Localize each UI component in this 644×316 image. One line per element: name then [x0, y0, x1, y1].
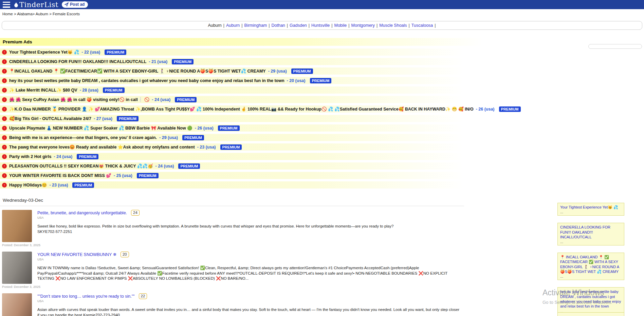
premium-ad-title[interactable]: Happy HOlidays😊 — [9, 182, 47, 187]
brand-logo[interactable]: TinderList — [14, 1, 58, 9]
breadcrumb-link[interactable]: Home — [2, 12, 13, 16]
premium-ad-age-link[interactable]: - 24 (usa) — [152, 97, 170, 102]
premium-ad-title[interactable]: Upscale Playmate 👗 NEW NUMBER 💦 Super So… — [9, 125, 192, 131]
listing-title-link[interactable]: ""Don't stare too long… unless you're re… — [37, 294, 135, 299]
premium-badge: PREMIUM — [178, 163, 200, 169]
sidebar-ad-box-partial[interactable] — [557, 312, 624, 316]
premium-ad-title[interactable]: The pawg that everyone loves😡 Ready and … — [9, 144, 195, 150]
city-link[interactable]: Birmingham — [244, 23, 267, 28]
premium-ad-age-link[interactable]: - 26 (usa) — [476, 107, 495, 112]
premium-ad-title[interactable]: 📍INCALL OAKLAND 📍 ✅FACETIME/CAR✅ WITH A … — [9, 68, 266, 74]
listing-country-label: USA — [37, 258, 462, 261]
premium-ad-age-link[interactable]: - 27 (usa) — [94, 116, 112, 121]
premium-ad-row[interactable]: 📍INCALL OAKLAND 📍 ✅FACETIME/CAR✅ WITH A … — [0, 67, 644, 75]
premium-badge: PREMIUM — [291, 68, 313, 74]
premium-ad-row[interactable]: hey its your best wettes petite baby DRE… — [0, 77, 644, 84]
premium-ad-row[interactable]: Party with 2 Hot girls - 24 (usa) PREMIU… — [0, 153, 644, 160]
premium-ad-row[interactable]: 🌺 🌺 Sexy CuRvy Asian 🌺 🌺 in call 🍑 visit… — [0, 96, 644, 103]
listing-photo-column: Posted: December 3, 2025 — [2, 210, 33, 247]
premium-ad-title[interactable]: PLEASANTON OUTCALLS !! SEXY KOREAN😻 THIC… — [9, 163, 153, 169]
sidebar-ad-title[interactable]: CINDERELLA LOOKING FOR FUN!!! OAKLAND!!!… — [560, 225, 622, 239]
listing-description: Asian allure with curves that speak loud… — [37, 307, 462, 316]
premium-ad-row[interactable]: PLEASANTON OUTCALLS !! SEXY KOREAN😻 THIC… — [0, 162, 644, 170]
breadcrumb: Home > Alabama> Auburn > Female Escorts — [0, 9, 644, 17]
sidebar-ad-box[interactable]: 📍 INCALL OAKLAND 📍 ✅ FACETIME/CAR ✅ WITH… — [557, 253, 624, 280]
city-links-box: Auburn| Auburn| Birmingham| Dothan| Gads… — [2, 21, 642, 30]
breadcrumb-separator: > — [48, 12, 52, 16]
premium-ad-age-link[interactable]: - 26 (usa) — [195, 126, 214, 131]
premium-ad-age-link[interactable]: - 24 (usa) — [155, 164, 174, 169]
premium-ad-age-link[interactable]: - 21 (usa) — [149, 59, 167, 64]
up-arrow-icon — [2, 183, 7, 187]
premium-ad-row[interactable]: Happy HOlidays😊 - 23 (usa) PREMIUM — [0, 181, 644, 189]
city-link[interactable]: Auburn — [226, 23, 240, 28]
sidebar-ad-box[interactable]: hey its your best wettes petite baby DRE… — [557, 287, 624, 315]
premium-badge: PREMIUM — [105, 50, 126, 55]
listing-photo[interactable] — [2, 210, 32, 242]
premium-ad-title[interactable]: YOUR WINTER FAVORITE IS BACK DONT MISS 💕 — [9, 173, 111, 178]
premium-ad-title[interactable]: CINDERELLA LOOKING FOR FUN!!! OAKLAND!!!… — [9, 59, 146, 64]
city-link[interactable]: Dothan — [272, 23, 285, 28]
premium-ad-title[interactable]: Party with 2 Hot girls — [9, 154, 51, 159]
premium-ad-age-link[interactable]: - 23 (usa) — [49, 183, 68, 187]
city-link[interactable]: Auburn — [208, 23, 221, 28]
premium-ad-row[interactable]: ✨ Lake Merritt INCALL✨ $80 QV - 28 (usa)… — [0, 86, 644, 94]
premium-ad-row[interactable]: 🥰Big Tits Girl - OUTCALL Available 24/7 … — [0, 115, 644, 122]
premium-ad-row[interactable]: Upscale Playmate 👗 NEW NUMBER 💦 Super So… — [0, 124, 644, 132]
sidebar-ad-box[interactable]: CINDERELLA LOOKING FOR FUN!!! OAKLAND!!!… — [557, 223, 624, 245]
up-arrow-icon — [2, 173, 7, 178]
listing-title-link[interactable]: Petite, brunette, and dangerously unforg… — [37, 211, 127, 215]
premium-ad-row[interactable]: YOUR WINTER FAVORITE IS BACK DONT MISS 💕… — [0, 172, 644, 179]
premium-badge: PREMIUM — [310, 78, 332, 83]
premium-badge: PREMIUM — [103, 87, 125, 93]
hamburger-menu-icon[interactable] — [3, 2, 10, 8]
city-link[interactable]: Mobile — [334, 23, 347, 28]
sidebar-ad-title[interactable]: 📍 INCALL OAKLAND 📍 ✅ FACETIME/CAR ✅ WITH… — [560, 255, 622, 274]
sidebar-ad-title[interactable]: hey its your best wettes petite baby DRE… — [560, 289, 622, 309]
premium-ad-row[interactable]: Your Tightest Experience Yet😼 💦 - 22 (us… — [0, 48, 644, 56]
premium-ad-title[interactable]: 🌺 🌺 Sexy CuRvy Asian 🌺 🌺 in call 🍑 visit… — [9, 97, 149, 102]
up-arrow-icon — [2, 69, 7, 74]
premium-ad-row[interactable]: Being with me is an experience—one that … — [0, 134, 644, 141]
breadcrumb-link[interactable]: Auburn — [36, 12, 48, 16]
listing-photo[interactable] — [2, 293, 32, 316]
premium-ad-age-link[interactable]: - 25 (usa) — [114, 173, 132, 178]
premium-badge: PREMIUM — [137, 173, 159, 178]
breadcrumb-link[interactable]: Alabama — [17, 12, 32, 16]
premium-ad-title[interactable]: Being with me is an experience—one that … — [9, 135, 157, 140]
city-separator: | — [269, 23, 270, 28]
premium-ad-row[interactable]: The pawg that everyone loves😡 Ready and … — [0, 143, 644, 151]
listing-photo[interactable] — [2, 252, 32, 284]
premium-ad-row[interactable]: ✨K.O Daa NUMBER 🏅 PROVIDER 👤 ✨ 💕AMAZING … — [0, 105, 644, 113]
city-link[interactable]: Montgomery — [351, 23, 375, 28]
premium-ad-age-link[interactable]: - 24 (usa) — [54, 154, 72, 159]
premium-ad-age-link[interactable]: - 29 (usa) — [268, 69, 287, 74]
post-ad-button[interactable]: Post ad — [62, 1, 88, 8]
premium-ad-age-link[interactable]: - 20 (usa) — [287, 78, 306, 83]
premium-ad-age-link[interactable]: - 23 (usa) — [197, 145, 216, 150]
up-arrow-icon — [2, 107, 7, 112]
breadcrumb-link[interactable]: Female Escorts — [53, 12, 80, 16]
premium-ad-title[interactable]: ✨ Lake Merritt INCALL✨ $80 QV — [9, 87, 77, 93]
premium-ad-title[interactable]: 🥰Big Tits Girl - OUTCALL Available 24/7 — [9, 116, 91, 121]
breadcrumb-separator: > — [33, 12, 35, 16]
premium-ad-row[interactable]: CINDERELLA LOOKING FOR FUN!!! OAKLAND!!!… — [0, 58, 644, 65]
premium-ad-age-link[interactable]: - 29 (usa) — [159, 135, 178, 140]
listing-title-link[interactable]: YOUR NEW FAVORITE SNOWBUNNY ❄ — [37, 252, 116, 257]
listing-info-column: Petite, brunette, and dangerously unforg… — [37, 210, 462, 247]
city-link[interactable]: Tuscaloosa — [411, 23, 433, 28]
listing-contact: SKYE702-577-2251 — [37, 229, 462, 235]
sidebar-ad-box[interactable]: Your Tightest Experience Yet😼 💦 ... — [557, 203, 624, 216]
premium-ad-age-link[interactable]: - 28 (usa) — [80, 88, 98, 93]
premium-ad-title[interactable]: ✨K.O Daa NUMBER 🏅 PROVIDER 👤 ✨ 💕AMAZING … — [9, 106, 474, 112]
city-separator: | — [435, 23, 436, 28]
premium-ad-title[interactable]: Your Tightest Experience Yet😼 💦 — [9, 50, 79, 55]
city-separator: | — [287, 23, 288, 28]
premium-ad-title[interactable]: hey its your best wettes petite baby DRE… — [9, 78, 284, 83]
premium-ad-age-link[interactable]: - 22 (usa) — [81, 50, 100, 55]
city-link[interactable]: Huntsville — [311, 23, 330, 28]
sidebar-ad-ellipsis: ... — [560, 240, 622, 244]
city-link[interactable]: Gadsden — [290, 23, 307, 28]
city-link[interactable]: Muscle Shoals — [379, 23, 407, 28]
sidebar-ad-title[interactable]: Your Tightest Experience Yet😼 💦 — [560, 205, 622, 210]
